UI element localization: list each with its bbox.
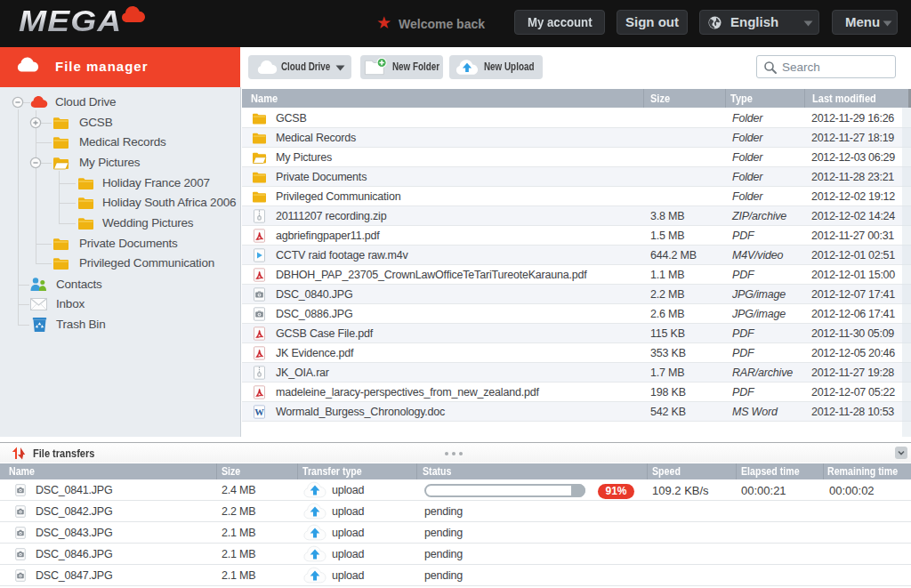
svg-text:W: W: [254, 407, 264, 417]
